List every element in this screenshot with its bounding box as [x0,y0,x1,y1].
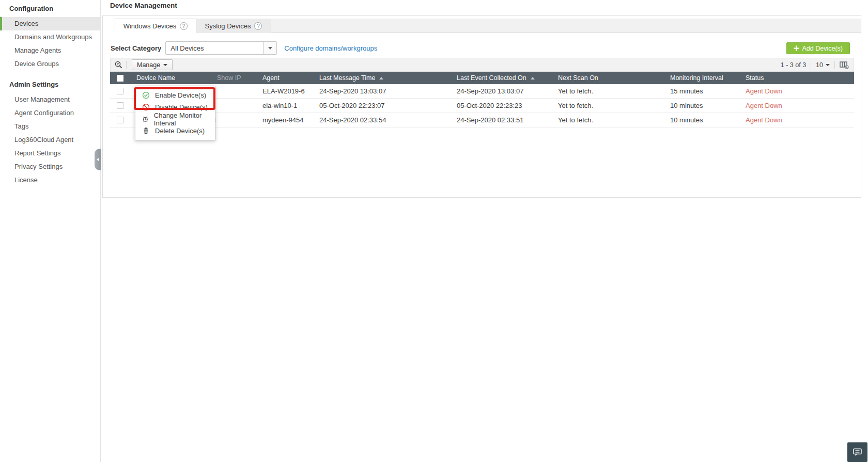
device-management-panel: Syslog Devices ? Windows Devices ? Selec… [102,15,861,198]
sidebar-item-log360cloud-agent[interactable]: Log360Cloud Agent [0,133,100,147]
windows-help-icon[interactable]: ? [180,22,188,30]
select-all-checkbox[interactable] [117,75,123,82]
status-badge: Agent Down [742,84,854,98]
column-last-event-collected[interactable]: Last Event Collected On [454,72,554,84]
collapse-arrow-icon [97,158,99,161]
column-chooser-icon [840,61,849,69]
sidebar-item-user-management[interactable]: User Management [0,93,100,106]
manage-dropdown-menu: Enable Device(s) Disable Device(s) [135,86,215,140]
block-icon [142,103,150,111]
chevron-down-icon [268,47,272,50]
category-select[interactable]: All Devices [165,41,277,55]
chat-icon [853,448,862,457]
category-selected-value: All Devices [166,44,263,52]
last-message-time-label: Last Message Time [319,74,375,82]
select-category-label: Select Category [111,44,161,52]
tab-syslog-label: Syslog Devices [205,22,251,30]
menu-item-label: Disable Device(s) [155,103,208,111]
pagination-text: 1 - 3 of 3 [781,61,806,69]
agent-cell: ela-win10-1 [257,99,316,113]
tab-syslog-devices[interactable]: Syslog Devices ? [196,19,271,33]
table-header-row: Device Name Show IP Agent Last Message T… [110,72,854,84]
row-checkbox[interactable] [117,117,123,123]
menu-item-label: Enable Device(s) [155,91,206,99]
next-scan-cell: Yet to fetch. [554,84,667,98]
column-chooser-button[interactable] [840,61,849,69]
column-monitoring-interval: Monitoring Interval [667,72,742,84]
last-message-cell: 05-Oct-2020 22:23:07 [316,99,454,113]
caret-down-icon [163,64,167,66]
table-row: mydeen-9454 mydeen-9454 24-Sep-2020 02:3… [110,113,854,128]
tab-windows-devices[interactable]: Windows Devices ? [115,19,196,33]
sidebar-item-agent-configuration[interactable]: Agent Configuration [0,106,100,120]
trash-icon [142,127,150,135]
sidebar-section-admin-settings: Admin Settings [0,76,100,93]
interval-cell: 15 minutes [667,84,742,98]
pagination-divider [811,61,811,69]
table-toolbar: Manage 1 - 3 of 3 10 [110,58,854,72]
last-event-cell: 24-Sep-2020 13:03:07 [454,84,554,98]
alarm-clock-icon [142,115,149,123]
plus-icon [794,45,799,51]
syslog-help-icon[interactable]: ? [254,22,262,30]
menu-item-delete-devices[interactable]: Delete Device(s) [135,125,215,137]
menu-item-label: Change Monitor Interval [154,111,215,127]
select-all-cell [110,72,130,84]
sidebar-item-privacy-settings[interactable]: Privacy Settings [0,160,100,173]
add-device-button[interactable]: Add Device(s) [786,42,850,54]
page-size-value: 10 [816,61,823,69]
row-checkbox-cell [110,84,130,98]
row-checkbox-cell [110,113,130,127]
column-status: Status [742,72,854,84]
sidebar-item-license[interactable]: License [0,173,100,187]
page-size-dropdown[interactable]: 10 [816,61,830,69]
page-title: Device Management [110,2,177,9]
last-event-cell: 05-Oct-2020 22:23:23 [454,99,554,113]
search-button[interactable] [111,60,126,69]
check-circle-icon [142,91,150,99]
sort-asc-icon [379,77,383,79]
status-badge: Agent Down [742,113,854,127]
manage-button[interactable]: Manage [132,59,173,70]
sidebar-item-devices[interactable]: Devices [0,17,100,30]
menu-item-enable-devices[interactable]: Enable Device(s) [135,89,215,101]
column-next-scan-on: Next Scan On [554,72,667,84]
interval-cell: 10 minutes [667,113,742,127]
sidebar-item-report-settings[interactable]: Report Settings [0,147,100,160]
last-message-cell: 24-Sep-2020 02:33:54 [316,113,454,127]
sidebar-item-tags[interactable]: Tags [0,120,100,133]
chat-button[interactable] [847,442,867,462]
row-checkbox[interactable] [117,102,123,109]
sidebar-item-device-groups[interactable]: Device Groups [0,57,100,71]
sidebar-collapse-handle[interactable] [95,149,101,170]
category-row: Select Category All Devices Configure do… [111,41,377,55]
sidebar-item-manage-agents[interactable]: Manage Agents [0,44,100,57]
agent-cell: mydeen-9454 [257,113,316,127]
search-icon [114,60,123,69]
table-row: ELA-W2019-6 24-Sep-2020 13:03:07 24-Sep-… [110,84,854,99]
table-row: ela-win10-1 05-Oct-2020 22:23:07 05-Oct-… [110,99,854,113]
main-content: Device Management Syslog Devices ? Windo… [101,0,868,462]
interval-cell: 10 minutes [667,99,742,113]
next-scan-cell: Yet to fetch. [554,113,667,127]
sidebar-section-configuration: Configuration [0,0,100,17]
row-checkbox-cell [110,99,130,113]
next-scan-cell: Yet to fetch. [554,99,667,113]
sidebar-item-domains-and-workgroups[interactable]: Domains and Workgroups [0,30,100,44]
show-ip-toggle[interactable]: Show IP [217,74,241,82]
menu-item-change-monitor-interval[interactable]: Change Monitor Interval [135,113,215,125]
row-checkbox[interactable] [117,88,123,94]
column-last-message-time[interactable]: Last Message Time [316,72,454,84]
select-chevron-box[interactable] [263,42,276,54]
configure-domains-link[interactable]: Configure domains/workgroups [284,44,377,52]
pagination-divider [834,61,835,69]
sidebar: Configuration Devices Domains and Workgr… [0,0,101,462]
menu-item-label: Delete Device(s) [155,127,205,135]
status-badge: Agent Down [742,99,854,113]
column-device-name: Device Name Show IP [130,72,257,84]
column-agent: Agent [257,72,316,84]
manage-label: Manage [137,61,160,69]
last-event-collected-label: Last Event Collected On [457,74,526,82]
pagination-area: 1 - 3 of 3 10 [781,61,854,69]
add-device-label: Add Device(s) [802,45,843,52]
